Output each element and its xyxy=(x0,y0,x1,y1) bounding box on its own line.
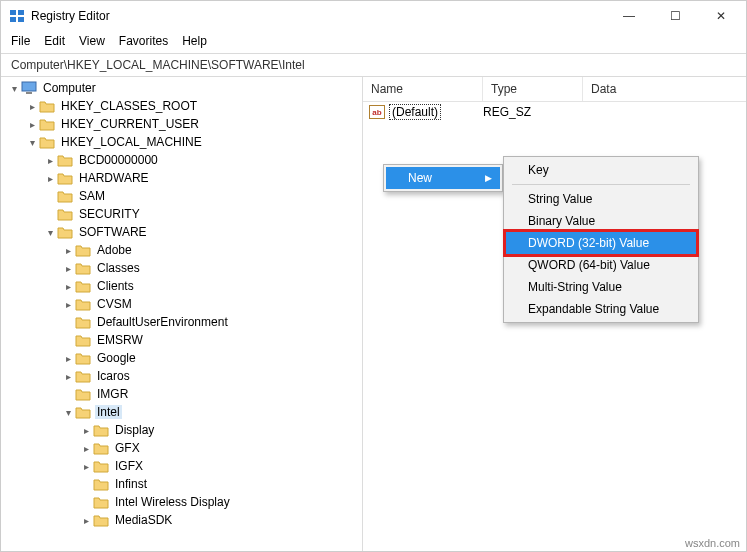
close-button[interactable]: ✕ xyxy=(698,1,744,31)
chevron-right-icon[interactable]: ▸ xyxy=(79,443,93,454)
chevron-right-icon[interactable]: ▸ xyxy=(61,299,75,310)
tree-node[interactable]: ▸Classes xyxy=(61,259,362,277)
col-name[interactable]: Name xyxy=(363,77,483,101)
tree-node-computer[interactable]: ▾ Computer xyxy=(7,79,362,97)
tree-node[interactable]: ▸Icaros xyxy=(61,367,362,385)
chevron-right-icon[interactable]: ▸ xyxy=(79,515,93,526)
menu-favorites[interactable]: Favorites xyxy=(119,34,168,48)
folder-icon xyxy=(75,387,91,401)
tree-node[interactable]: SECURITY xyxy=(43,205,362,223)
tree-label: IMGR xyxy=(95,387,130,401)
context-menu: New ▶ xyxy=(383,164,503,192)
folder-icon xyxy=(57,153,73,167)
folder-icon xyxy=(75,261,91,275)
chevron-down-icon[interactable]: ▾ xyxy=(61,407,75,418)
folder-icon xyxy=(57,207,73,221)
tree-node[interactable]: ▸IGFX xyxy=(79,457,362,475)
tree-node[interactable]: ▸HARDWARE xyxy=(43,169,362,187)
tree-label: Computer xyxy=(41,81,98,95)
folder-icon xyxy=(75,333,91,347)
folder-icon xyxy=(75,315,91,329)
tree-node-hklm[interactable]: ▾ HKEY_LOCAL_MACHINE xyxy=(25,133,362,151)
col-data[interactable]: Data xyxy=(583,77,746,101)
tree-node[interactable]: EMSRW xyxy=(61,331,362,349)
context-item-expstring[interactable]: Expandable String Value xyxy=(506,298,696,320)
menu-separator xyxy=(512,184,690,185)
value-type: REG_SZ xyxy=(481,104,581,120)
svg-rect-3 xyxy=(18,17,24,22)
tree-label: Classes xyxy=(95,261,142,275)
chevron-right-icon[interactable]: ▸ xyxy=(25,101,39,112)
tree-node[interactable]: ▸MediaSDK xyxy=(79,511,362,529)
tree-label: HKEY_CURRENT_USER xyxy=(59,117,201,131)
chevron-down-icon[interactable]: ▾ xyxy=(25,137,39,148)
tree-node[interactable]: IMGR xyxy=(61,385,362,403)
tree-node-intel[interactable]: ▾Intel xyxy=(61,403,362,421)
tree-node-hkcr[interactable]: ▸ HKEY_CLASSES_ROOT xyxy=(25,97,362,115)
folder-icon xyxy=(93,477,109,491)
chevron-down-icon[interactable]: ▾ xyxy=(43,227,57,238)
tree-node[interactable]: Intel Wireless Display xyxy=(79,493,362,511)
minimize-button[interactable]: — xyxy=(606,1,652,31)
chevron-down-icon[interactable]: ▾ xyxy=(7,83,21,94)
tree-node[interactable]: ▸BCD00000000 xyxy=(43,151,362,169)
tree-node-software[interactable]: ▾SOFTWARE xyxy=(43,223,362,241)
chevron-right-icon[interactable]: ▸ xyxy=(61,353,75,364)
tree-node[interactable]: ▸Google xyxy=(61,349,362,367)
tree-label: MediaSDK xyxy=(113,513,174,527)
tree-node[interactable]: DefaultUserEnvironment xyxy=(61,313,362,331)
folder-icon xyxy=(75,279,91,293)
folder-icon xyxy=(93,459,109,473)
context-item-binary[interactable]: Binary Value xyxy=(506,210,696,232)
tree-node[interactable]: ▸Adobe xyxy=(61,241,362,259)
tree-node[interactable]: ▸Display xyxy=(79,421,362,439)
tree-label-selected: Intel xyxy=(95,405,122,419)
context-item-qword[interactable]: QWORD (64-bit) Value xyxy=(506,254,696,276)
chevron-right-icon[interactable]: ▸ xyxy=(43,173,57,184)
address-bar[interactable]: Computer\HKEY_LOCAL_MACHINE\SOFTWARE\Int… xyxy=(1,53,746,77)
tree-node[interactable]: Infinst xyxy=(79,475,362,493)
svg-rect-5 xyxy=(26,92,32,94)
context-item-multistring[interactable]: Multi-String Value xyxy=(506,276,696,298)
list-row[interactable]: ab (Default) REG_SZ xyxy=(363,102,746,122)
maximize-button[interactable]: ☐ xyxy=(652,1,698,31)
menu-help[interactable]: Help xyxy=(182,34,207,48)
chevron-right-icon[interactable]: ▸ xyxy=(61,263,75,274)
tree-node-hkcu[interactable]: ▸ HKEY_CURRENT_USER xyxy=(25,115,362,133)
tree-node[interactable]: SAM xyxy=(43,187,362,205)
tree-label: Icaros xyxy=(95,369,132,383)
chevron-right-icon[interactable]: ▸ xyxy=(61,371,75,382)
menu-view[interactable]: View xyxy=(79,34,105,48)
context-item-label: DWORD (32-bit) Value xyxy=(528,236,649,250)
chevron-right-icon[interactable]: ▸ xyxy=(43,155,57,166)
svg-rect-0 xyxy=(10,10,16,15)
chevron-right-icon[interactable]: ▸ xyxy=(25,119,39,130)
tree-label: SECURITY xyxy=(77,207,142,221)
folder-icon xyxy=(75,369,91,383)
tree-label: HKEY_CLASSES_ROOT xyxy=(59,99,199,113)
tree-node[interactable]: ▸GFX xyxy=(79,439,362,457)
tree-node[interactable]: ▸CVSM xyxy=(61,295,362,313)
folder-icon xyxy=(93,513,109,527)
svg-rect-4 xyxy=(22,82,36,91)
context-item-label: Multi-String Value xyxy=(528,280,622,294)
context-item-string[interactable]: String Value xyxy=(506,188,696,210)
col-type[interactable]: Type xyxy=(483,77,583,101)
folder-icon xyxy=(75,405,91,419)
folder-icon xyxy=(75,243,91,257)
tree-node[interactable]: ▸Clients xyxy=(61,277,362,295)
context-item-new[interactable]: New ▶ xyxy=(386,167,500,189)
tree-label: Display xyxy=(113,423,156,437)
menu-edit[interactable]: Edit xyxy=(44,34,65,48)
chevron-right-icon[interactable]: ▸ xyxy=(79,425,93,436)
folder-icon xyxy=(39,135,55,149)
chevron-right-icon[interactable]: ▸ xyxy=(79,461,93,472)
context-item-label: Key xyxy=(528,163,549,177)
list-header: Name Type Data xyxy=(363,77,746,102)
context-item-dword[interactable]: DWORD (32-bit) Value xyxy=(506,232,696,254)
context-item-key[interactable]: Key xyxy=(506,159,696,181)
folder-icon xyxy=(93,495,109,509)
chevron-right-icon[interactable]: ▸ xyxy=(61,281,75,292)
menu-file[interactable]: File xyxy=(11,34,30,48)
chevron-right-icon[interactable]: ▸ xyxy=(61,245,75,256)
